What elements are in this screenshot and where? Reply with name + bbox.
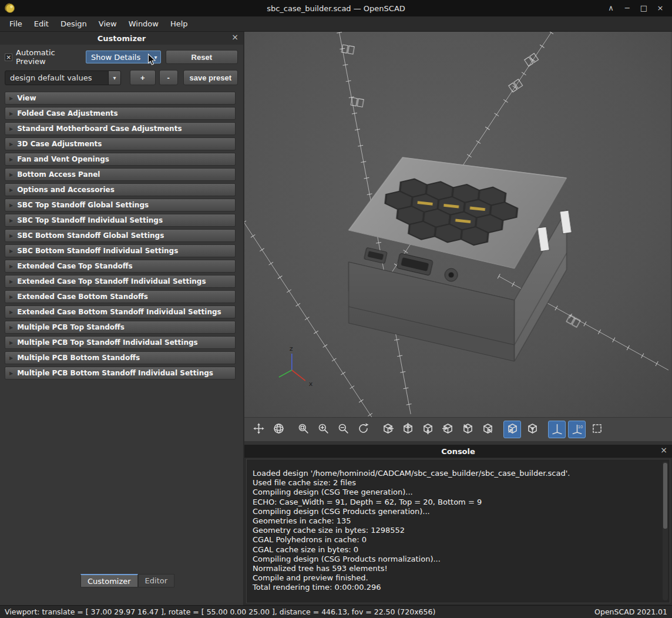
expand-arrow-icon: ▶ <box>9 157 13 162</box>
window-shade-button[interactable]: ∧ <box>606 4 616 13</box>
console-line: Total rendering time: 0:00:00.296 <box>253 583 654 592</box>
tab-customizer[interactable]: Customizer <box>80 574 138 587</box>
3d-view-canvas[interactable]: z x <box>244 32 671 417</box>
expand-arrow-icon: ▶ <box>9 279 13 284</box>
view-center-button[interactable] <box>523 421 541 438</box>
menu-file[interactable]: File <box>4 18 28 30</box>
group-extended-case-top-standoffs[interactable]: ▶ Extended Case Top Standoffs <box>5 260 236 273</box>
group-multiple-pcb-top-standoffs[interactable]: ▶ Multiple PCB Top Standoffs <box>5 321 236 334</box>
group-fan-and-vent-openings[interactable]: ▶ Fan and Vent Openings <box>5 153 236 166</box>
group-view[interactable]: ▶ View <box>5 92 236 105</box>
reset-view-button[interactable] <box>354 421 372 438</box>
view-diagonal-button[interactable] <box>503 421 521 438</box>
show-crosshairs-icon <box>591 422 603 436</box>
group-label: SBC Top Standoff Individual Settings <box>17 216 163 224</box>
group-sbc-bottom-standoff-global-settings[interactable]: ▶ SBC Bottom Standoff Global Settings <box>5 229 236 242</box>
view-all-button[interactable] <box>250 421 267 438</box>
group-extended-case-top-standoff-individual-settings[interactable]: ▶ Extended Case Top Standoff Individual … <box>5 275 236 288</box>
view-left-icon <box>442 422 454 436</box>
expand-arrow-icon: ▶ <box>9 96 13 101</box>
detail-level-select[interactable]: Show Details ▾ <box>86 51 161 63</box>
view-right-button[interactable] <box>379 421 397 438</box>
group-label: 3D Case Adjustments <box>17 140 102 148</box>
group-options-and-accessories[interactable]: ▶ Options and Accessories <box>5 183 236 196</box>
axis-x-label: x <box>309 380 313 388</box>
console-close-icon[interactable]: × <box>660 445 667 455</box>
menu-window[interactable]: Window <box>123 18 164 30</box>
view-top-button[interactable] <box>399 421 416 438</box>
group-label: SBC Bottom Standoff Individual Settings <box>17 247 178 255</box>
save-preset-button[interactable]: save preset <box>183 70 238 85</box>
add-preset-button[interactable]: + <box>130 70 156 85</box>
show-axes-icon <box>551 422 563 436</box>
customizer-close-icon[interactable]: × <box>231 32 238 42</box>
zoom-in-button[interactable] <box>314 421 332 438</box>
show-scale-markers-button[interactable]: 10 <box>568 421 586 438</box>
zoom-out-button[interactable] <box>334 421 352 438</box>
console-line: Geometries in cache: 135 <box>253 516 654 526</box>
console-scrollbar-thumb[interactable] <box>663 463 667 529</box>
reset-button[interactable]: Reset <box>166 50 238 64</box>
expand-arrow-icon: ▶ <box>9 355 13 361</box>
expand-arrow-icon: ▶ <box>9 294 13 300</box>
window-minimize-button[interactable]: − <box>623 4 632 13</box>
menu-design[interactable]: Design <box>55 18 93 30</box>
console-line: Loaded design '/home/hominoid/CADCAM/sbc… <box>253 469 654 478</box>
group-multiple-pcb-bottom-standoff-individual-settings[interactable]: ▶ Multiple PCB Bottom Standoff Individua… <box>5 367 236 379</box>
reset-view-icon <box>357 422 369 436</box>
group-label: Extended Case Top Standoffs <box>17 262 133 270</box>
zoom-all-button[interactable] <box>294 421 312 438</box>
view-front-icon <box>462 422 474 436</box>
console-line: Compiling design (CSG Tree generation)..… <box>253 488 654 497</box>
expand-arrow-icon: ▶ <box>9 142 13 147</box>
group-multiple-pcb-top-standoff-individual-settings[interactable]: ▶ Multiple PCB Top Standoff Individual S… <box>5 336 236 349</box>
group-multiple-pcb-bottom-standoffs[interactable]: ▶ Multiple PCB Bottom Standoffs <box>5 351 236 364</box>
group-extended-case-bottom-standoff-individual-settings[interactable]: ▶ Extended Case Bottom Standoff Individu… <box>5 305 236 318</box>
view-left-button[interactable] <box>439 421 456 438</box>
console-line: Compiling design (CSG Products generatio… <box>253 507 654 516</box>
menu-edit[interactable]: Edit <box>28 18 55 30</box>
window-close-button[interactable]: × <box>656 4 665 13</box>
automatic-preview-label: Automatic Preview <box>16 48 86 66</box>
group-sbc-top-standoff-global-settings[interactable]: ▶ SBC Top Standoff Global Settings <box>5 199 236 211</box>
expand-arrow-icon: ▶ <box>9 233 13 239</box>
parameter-group-list: ▶ View ▶ Folded Case Adjustments ▶ Stand… <box>0 92 243 379</box>
customizer-panel: Customizer × × Automatic Preview Show De… <box>0 32 244 605</box>
console-log[interactable]: Loaded design '/home/hominoid/CADCAM/sbc… <box>246 459 670 603</box>
group-bottom-access-panel[interactable]: ▶ Bottom Access Panel <box>5 168 236 181</box>
group-standard-motherboard-case-adjustments[interactable]: ▶ Standard Motherboard Case Adjustments <box>5 122 236 135</box>
version-label: OpenSCAD 2021.01 <box>594 607 667 616</box>
show-axes-button[interactable] <box>548 421 566 438</box>
group-sbc-top-standoff-individual-settings[interactable]: ▶ SBC Top Standoff Individual Settings <box>5 214 236 227</box>
expand-arrow-icon: ▶ <box>9 187 13 193</box>
console-scrollbar[interactable] <box>663 462 668 600</box>
group-label: View <box>17 94 36 102</box>
view-bounding-box-icon <box>273 422 285 436</box>
menubar: FileEditDesignViewWindowHelp <box>0 16 672 32</box>
menu-help[interactable]: Help <box>164 18 194 30</box>
group-extended-case-bottom-standoffs[interactable]: ▶ Extended Case Bottom Standoffs <box>5 290 236 303</box>
group-label: Multiple PCB Top Standoff Individual Set… <box>17 338 198 347</box>
preset-select[interactable]: design default values ▾ <box>5 70 121 85</box>
group-folded-case-adjustments[interactable]: ▶ Folded Case Adjustments <box>5 107 236 120</box>
view-front-button[interactable] <box>459 421 476 438</box>
view-bottom-button[interactable] <box>419 421 436 438</box>
expand-arrow-icon: ▶ <box>9 218 13 223</box>
expand-arrow-icon: ▶ <box>9 172 13 177</box>
show-crosshairs-button[interactable] <box>588 421 606 438</box>
group-3d-case-adjustments[interactable]: ▶ 3D Case Adjustments <box>5 137 236 150</box>
view-bounding-box-button[interactable] <box>270 421 287 438</box>
tab-editor[interactable]: Editor <box>138 574 174 587</box>
expand-arrow-icon: ▶ <box>9 325 13 330</box>
group-label: Extended Case Bottom Standoff Individual… <box>17 308 221 316</box>
menu-view[interactable]: View <box>93 18 123 30</box>
automatic-preview-checkbox[interactable]: × <box>5 53 12 61</box>
view-back-button[interactable] <box>479 421 496 438</box>
group-sbc-bottom-standoff-individual-settings[interactable]: ▶ SBC Bottom Standoff Individual Setting… <box>5 244 236 257</box>
remove-preset-button[interactable]: - <box>159 70 178 85</box>
window-maximize-button[interactable]: □ <box>639 4 649 13</box>
main-area: Customizer × × Automatic Preview Show De… <box>0 32 672 605</box>
group-label: Folded Case Adjustments <box>17 109 117 117</box>
3d-viewport[interactable]: z x <box>244 32 672 417</box>
zoom-out-icon <box>337 422 350 436</box>
